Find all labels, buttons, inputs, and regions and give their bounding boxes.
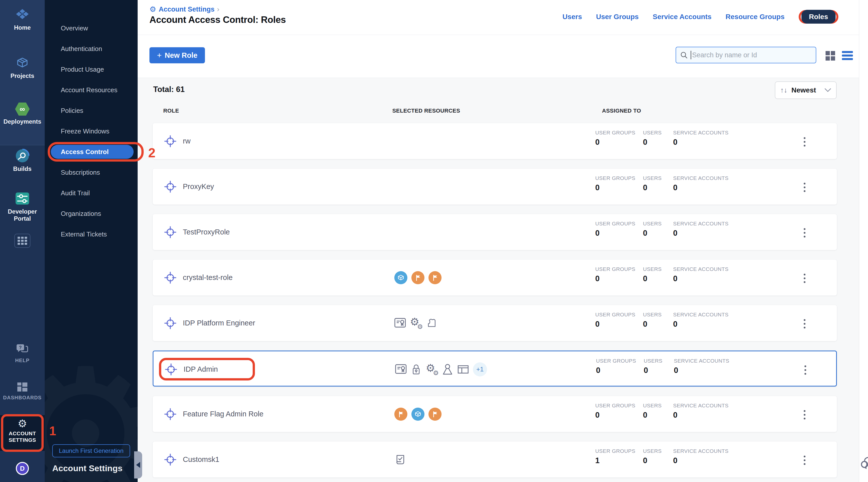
role-target-icon: [164, 408, 176, 420]
sidebar-item-policies[interactable]: Policies: [45, 103, 137, 118]
rail-item-deployments[interactable]: ∞ Deployments: [0, 102, 45, 125]
support-chat-button[interactable]: [860, 454, 868, 472]
developer-portal-icon: [0, 191, 45, 206]
more-resources-badge: +1: [473, 362, 487, 376]
row-menu-button[interactable]: [802, 181, 807, 193]
sidebar-item-access-control[interactable]: Access Control: [51, 145, 134, 159]
right-gutter: [859, 0, 868, 482]
role-row-customsk1[interactable]: Customsk1 USER GROUPS1 USERS0 SERVICE AC…: [153, 442, 837, 478]
tab-roles-active[interactable]: Roles: [801, 10, 836, 24]
deployments-icon: ∞: [0, 102, 45, 116]
new-role-button-label: New Role: [165, 51, 198, 60]
dashboards-icon: [0, 382, 45, 392]
role-target-icon: [164, 226, 176, 238]
row-menu-button[interactable]: [802, 409, 807, 421]
row-menu-button[interactable]: [802, 136, 807, 148]
role-row-testproxyrole[interactable]: TestProxyRole USER GROUPS0 USERS0 SERVIC…: [153, 214, 837, 250]
new-role-button[interactable]: + New Role: [149, 47, 205, 63]
selected-resources: [394, 396, 441, 432]
service-accounts-count: 0: [673, 229, 677, 238]
role-target-icon: [164, 272, 176, 284]
column-header-selected-resources: SELECTED RESOURCES: [392, 108, 460, 114]
feature-flag-resource-icon: [429, 408, 441, 421]
user-groups-count: 0: [595, 320, 599, 329]
sort-dropdown[interactable]: ↑↓ Newest: [775, 82, 837, 99]
sidebar-item-authentication[interactable]: Authentication: [45, 42, 137, 56]
rail-item-account-settings[interactable]: ⚙ ACCOUNT SETTINGS: [0, 415, 45, 451]
role-row-idp-platform-engineer[interactable]: IDP Platform Engineer ⚙⚙ USER GROUPS0 US…: [153, 305, 837, 341]
role-row-rw[interactable]: rw USER GROUPS0 USERS0 SERVICE ACCOUNTS0: [153, 123, 837, 159]
search-input[interactable]: [692, 51, 812, 59]
service-accounts-count: 0: [673, 138, 677, 147]
breadcrumb: ⚙ Account Settings ›: [149, 5, 219, 13]
environment-resource-icon: [411, 408, 425, 421]
tab-resource-groups[interactable]: Resource Groups: [725, 13, 785, 21]
role-name: TestProxyRole: [183, 228, 230, 236]
sidebar-item-audit-trail[interactable]: Audit Trail: [45, 186, 137, 200]
row-menu-button[interactable]: [802, 454, 807, 466]
environment-resource-icon: [394, 271, 407, 284]
tab-service-accounts[interactable]: Service Accounts: [653, 13, 712, 21]
sidebar-item-organizations[interactable]: Organizations: [45, 207, 137, 221]
user-groups-label: USER GROUPS: [595, 402, 636, 409]
sort-selected-value: Newest: [792, 86, 820, 94]
selected-resources: ⚙⚙: [394, 305, 437, 341]
sidebar-item-freeze-windows[interactable]: Freeze Windows: [45, 124, 137, 138]
users-label: USERS: [643, 402, 661, 409]
users-count: 0: [643, 138, 647, 147]
users-count: 0: [643, 274, 647, 283]
user-groups-count: 0: [595, 274, 599, 283]
list-view-toggle[interactable]: [841, 50, 854, 62]
users-count: 0: [643, 456, 647, 465]
launch-first-generation-button[interactable]: Launch First Generation: [52, 444, 130, 457]
role-name: ProxyKey: [183, 182, 214, 191]
user-groups-label: USER GROUPS: [595, 221, 636, 227]
selected-resources: [394, 442, 406, 478]
row-menu-button[interactable]: [803, 364, 808, 376]
role-row-crystal-test-role[interactable]: crystal-test-role USER GROUPS0 USERS0 SE…: [153, 260, 837, 296]
rail-item-builds[interactable]: Builds: [0, 149, 45, 172]
row-menu-button[interactable]: [802, 318, 807, 330]
users-label: USERS: [644, 358, 662, 364]
rail-item-home[interactable]: Home: [0, 8, 45, 31]
row-menu-button[interactable]: [802, 272, 807, 284]
module-switcher-button[interactable]: [14, 234, 30, 248]
feature-flag-resource-icon: [394, 408, 407, 421]
rail-item-help[interactable]: ? HELP: [0, 344, 45, 364]
user-avatar[interactable]: D: [16, 462, 29, 475]
tab-users[interactable]: Users: [562, 13, 582, 21]
settings-gears-resource-icon: ⚙⚙: [410, 317, 422, 329]
text-cursor: [691, 51, 691, 59]
row-menu-button[interactable]: [802, 227, 807, 239]
feature-flag-resource-icon: [411, 271, 425, 284]
sidebar-item-product-usage[interactable]: Product Usage: [45, 62, 137, 77]
sidebar-item-subscriptions[interactable]: Subscriptions: [45, 165, 137, 179]
annotation-step-2: 2: [148, 145, 155, 160]
selected-resources: ⚙⚙ +1: [395, 351, 487, 387]
role-target-icon: [165, 363, 177, 375]
search-box[interactable]: [676, 47, 816, 63]
sidebar-item-external-tickets[interactable]: External Tickets: [45, 227, 137, 241]
column-header-role: ROLE: [163, 108, 179, 114]
role-row-feature-flag-admin-role[interactable]: Feature Flag Admin Role USER GROUPS0 USE…: [153, 396, 837, 432]
rail-item-projects[interactable]: Projects: [0, 56, 45, 80]
service-accounts-label: SERVICE ACCOUNTS: [673, 130, 728, 136]
sidebar-item-account-resources[interactable]: Account Resources: [45, 83, 137, 97]
sort-arrows-icon: ↑↓: [780, 86, 787, 94]
tab-user-groups[interactable]: User Groups: [596, 13, 639, 21]
rail-item-dashboards[interactable]: DASHBOARDS: [0, 382, 45, 401]
sidebar-item-overview[interactable]: Overview: [45, 21, 137, 35]
svg-text:?: ?: [19, 345, 22, 350]
role-row-proxykey[interactable]: ProxyKey USER GROUPS0 USERS0 SERVICE ACC…: [153, 169, 837, 205]
role-row-idp-admin[interactable]: IDP Admin ⚙⚙ +1 USER GROUPS0 USERS0 SERV…: [153, 351, 837, 387]
rail-item-developer-portal[interactable]: Developer Portal: [0, 191, 45, 222]
sidebar-collapse-handle[interactable]: [134, 451, 142, 479]
service-accounts-label: SERVICE ACCOUNTS: [673, 402, 728, 409]
access-control-tabs: Users User Groups Service Accounts Resou…: [562, 10, 838, 24]
selected-resources: [394, 260, 441, 296]
breadcrumb-link[interactable]: Account Settings: [159, 5, 215, 13]
projects-icon: [0, 56, 45, 70]
collapse-arrow-icon: [136, 462, 140, 468]
grid-view-toggle[interactable]: [825, 51, 836, 62]
roles-toolbar: + New Role: [137, 35, 868, 78]
